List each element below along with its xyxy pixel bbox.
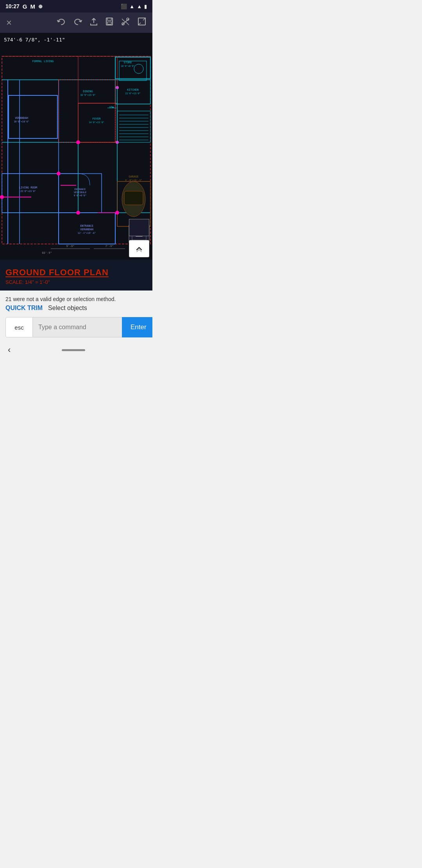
save-button[interactable] (106, 17, 113, 28)
svg-text:7'-9": 7'-9" (105, 245, 113, 248)
undo-button[interactable] (57, 18, 66, 28)
svg-text:10'0"×16'6": 10'0"×16'6" (14, 120, 29, 123)
google-icon: G (23, 3, 27, 10)
svg-text:9'0"×9'0": 9'0"×9'0" (74, 194, 87, 197)
svg-rect-2 (107, 22, 111, 24)
command-status-text: 21 were not a valid edge or selection me… (5, 296, 147, 302)
svg-text:16'9"×15'0": 16'9"×15'0" (80, 93, 96, 96)
esc-button[interactable]: esc (5, 317, 33, 337)
svg-text:VESTIBULE: VESTIBULE (74, 191, 87, 194)
wifi-icon: ▲ (129, 4, 134, 9)
svg-point-49 (57, 172, 61, 176)
trim-button[interactable] (121, 17, 130, 28)
notification-icon: ⊕ (38, 4, 43, 9)
gmail-icon: M (30, 3, 35, 10)
signal-icon: ▲ (137, 4, 142, 9)
enter-button[interactable]: Enter (122, 317, 152, 337)
svg-text:66'-9": 66'-9" (42, 251, 52, 255)
toolbar-left: × (6, 17, 12, 28)
svg-text:14'0"×15'9": 14'0"×15'9" (89, 121, 104, 124)
svg-text:25'0"×15'0": 25'0"×15'0" (20, 190, 36, 192)
svg-text:DINING: DINING (83, 90, 93, 93)
battery-icon: ▮ (144, 4, 147, 9)
svg-line-7 (126, 22, 129, 25)
svg-text:12'-1"×19'-6": 12'-1"×19'-6" (78, 231, 96, 234)
toolbar-right (57, 17, 146, 28)
svg-text:FORMAL LIVING: FORMAL LIVING (32, 60, 54, 63)
bottom-nav: ‹ (0, 341, 152, 359)
command-name: QUICK TRIM (5, 305, 43, 312)
back-button[interactable]: ‹ (8, 345, 11, 355)
floor-label-area: GROUND FLOOR PLAN SCALE: 1/4" = 1'-0" (0, 260, 152, 291)
status-icons-right: ⬛ ▲ ▲ ▮ (121, 4, 147, 9)
svg-text:KITCHEN: KITCHEN (127, 88, 139, 91)
upload-button[interactable] (90, 17, 98, 28)
mini-map[interactable] (129, 219, 149, 236)
close-button[interactable]: × (6, 17, 12, 28)
svg-text:9'-9"×19'-3": 9'-9"×19'-3" (125, 179, 142, 181)
input-row: esc Enter (5, 317, 147, 337)
scroll-up-button[interactable] (129, 240, 149, 257)
svg-text:9'-9": 9'-9" (66, 245, 74, 248)
command-panel: 21 were not a valid edge or selection me… (0, 291, 152, 341)
svg-text:22'0"×15'0": 22'0"×15'0" (125, 92, 141, 95)
svg-point-50 (76, 211, 80, 215)
status-bar: 10:27 G M ⊕ ⬛ ▲ ▲ ▮ (0, 0, 152, 13)
expand-button[interactable] (138, 17, 146, 28)
cad-drawing-area[interactable]: 574'-6 7/8", -1'-11" (0, 33, 152, 260)
svg-point-56 (116, 86, 119, 89)
svg-text:10'0"×8'0": 10'0"×8'0" (121, 65, 135, 67)
svg-point-57 (116, 141, 119, 144)
svg-text:GARAGE: GARAGE (129, 175, 138, 178)
svg-line-6 (122, 19, 125, 22)
svg-text:ENTRANCE: ENTRANCE (80, 224, 93, 228)
redo-button[interactable] (73, 18, 82, 28)
svg-text:VERANDAH: VERANDAH (80, 228, 93, 231)
floor-plan-scale: SCALE: 1/4" = 1'-0" (5, 279, 147, 285)
floor-plan-title: GROUND FLOOR PLAN (5, 267, 147, 278)
command-prompt: QUICK TRIM Select objects (5, 305, 147, 312)
coordinates-display: 574'-6 7/8", -1'-11" (4, 37, 65, 43)
svg-rect-44 (124, 191, 143, 205)
svg-point-48 (76, 140, 80, 144)
svg-text:VERANDAH: VERANDAH (15, 117, 28, 120)
command-input[interactable] (33, 317, 122, 337)
home-indicator[interactable] (62, 349, 85, 351)
cast-icon: ⬛ (121, 4, 127, 9)
time: 10:27 (5, 3, 20, 9)
command-action: Select objects (48, 305, 87, 312)
toolbar: × (0, 13, 152, 33)
svg-text:STORE: STORE (123, 61, 132, 64)
status-left: 10:27 G M ⊕ (5, 3, 43, 10)
svg-text:FOYER: FOYER (92, 117, 101, 120)
svg-text:LIVING ROOM: LIVING ROOM (19, 186, 37, 189)
svg-text:ENTRANCE: ENTRANCE (75, 188, 86, 190)
